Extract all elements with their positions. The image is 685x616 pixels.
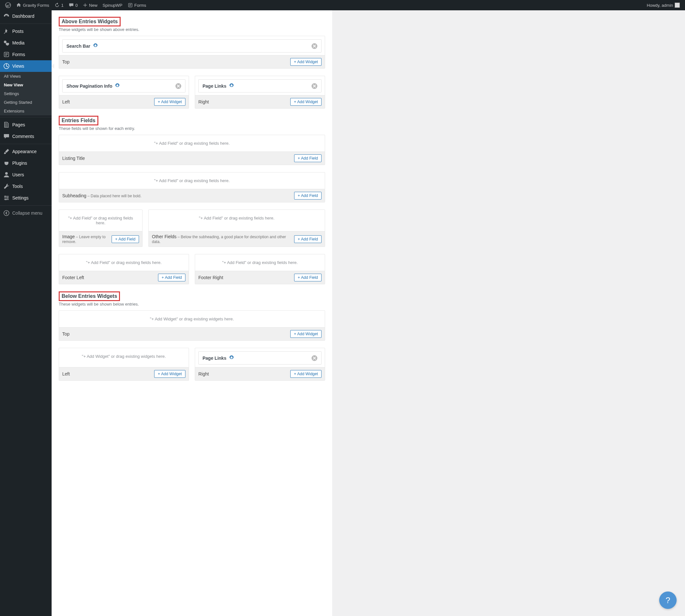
greeting: Howdy, admin <box>647 3 673 8</box>
add-widget-button[interactable]: + Add Widget <box>290 370 322 378</box>
drop-zone[interactable]: "+ Add Field" or drag existing fields he… <box>59 210 142 231</box>
help-icon: ? <box>666 595 670 606</box>
wrench-icon <box>3 183 10 190</box>
sidebar-item-settings[interactable]: Settings <box>0 192 51 204</box>
sidebar-item-forms[interactable]: Forms <box>0 49 51 60</box>
submenu-all-views[interactable]: All Views <box>0 72 51 81</box>
zone-label: Footer Left <box>62 275 84 280</box>
add-widget-button[interactable]: + Add Widget <box>154 98 186 106</box>
gear-icon[interactable] <box>229 83 234 89</box>
comments-link[interactable]: 0 <box>66 0 80 10</box>
gear-icon[interactable] <box>93 43 98 49</box>
submenu-extensions[interactable]: Extensions <box>0 107 51 115</box>
zone-label: Image <box>62 234 75 239</box>
sidebar-item-pages[interactable]: Pages <box>0 119 51 131</box>
admin-bar: Gravity Forms 1 0 New SpinupWP Forms How… <box>0 0 685 10</box>
zone-label: Left <box>62 99 70 105</box>
remove-icon[interactable] <box>175 83 181 89</box>
updates-link[interactable]: 1 <box>52 0 66 10</box>
zone-footer-left: "+ Add Field" or drag existing fields he… <box>59 254 189 284</box>
forms-link[interactable]: Forms <box>125 0 149 10</box>
wp-logo[interactable] <box>3 0 14 10</box>
new-label: New <box>89 3 98 8</box>
zone-label: Footer Right <box>198 275 223 280</box>
remove-icon[interactable] <box>312 355 317 361</box>
drop-zone[interactable]: "+ Add Widget" or drag existing widgets … <box>59 311 325 327</box>
add-field-button[interactable]: + Add Field <box>112 235 139 243</box>
gear-icon[interactable] <box>115 83 120 89</box>
zone-below-left: "+ Add Widget" or drag existing widgets … <box>59 348 189 381</box>
drop-zone[interactable]: "+ Add Field" or drag existing fields he… <box>59 173 325 189</box>
add-widget-button[interactable]: + Add Widget <box>290 330 322 338</box>
sidebar-item-tools[interactable]: Tools <box>0 180 51 192</box>
admin-sidebar: Dashboard Posts Media Forms Views All Vi… <box>0 10 51 616</box>
media-icon <box>3 40 10 46</box>
submenu-settings[interactable]: Settings <box>0 89 51 98</box>
updates-count: 1 <box>61 3 64 8</box>
sidebar-item-comments[interactable]: Comments <box>0 131 51 142</box>
add-widget-button[interactable]: + Add Widget <box>290 98 322 106</box>
help-button[interactable]: ? <box>659 592 677 609</box>
sidebar-item-dashboard[interactable]: Dashboard <box>0 10 51 22</box>
zone-above-right: Page Links Right + Add Widget <box>195 76 325 109</box>
comments-count: 0 <box>76 3 78 8</box>
widget-pagination-info[interactable]: Show Pagination Info <box>62 79 186 92</box>
sliders-icon <box>3 195 10 201</box>
page-icon <box>3 122 10 128</box>
sidebar-item-appearance[interactable]: Appearance <box>0 146 51 157</box>
zone-label: Right <box>198 99 209 105</box>
drop-zone[interactable]: "+ Add Field" or drag existing fields he… <box>195 254 325 271</box>
sidebar-item-collapse[interactable]: Collapse menu <box>0 207 51 219</box>
sidebar-item-plugins[interactable]: Plugins <box>0 157 51 169</box>
sidebar-item-users[interactable]: Users <box>0 169 51 180</box>
widget-search-bar[interactable]: Search Bar <box>62 39 322 52</box>
zone-footer-right: "+ Add Field" or drag existing fields he… <box>195 254 325 284</box>
pin-icon <box>3 28 10 35</box>
widget-page-links[interactable]: Page Links <box>198 351 322 365</box>
zone-above-left: Show Pagination Info Left + Add Widget <box>59 76 189 109</box>
spinup-link[interactable]: SpinupWP <box>100 0 125 10</box>
zone-note: – Data placed here will be bold. <box>86 194 142 198</box>
add-field-button[interactable]: + Add Field <box>294 154 322 162</box>
remove-icon[interactable] <box>312 43 317 49</box>
zone-label: Top <box>62 331 70 336</box>
svg-point-8 <box>4 211 9 216</box>
section-title-below: Below Entries Widgets <box>59 291 120 301</box>
gear-icon[interactable] <box>229 355 234 361</box>
sidebar-item-views[interactable]: Views <box>0 60 51 72</box>
brush-icon <box>3 148 10 155</box>
submenu-new-view[interactable]: New View <box>0 81 51 89</box>
new-link[interactable]: New <box>80 0 100 10</box>
sidebar-item-posts[interactable]: Posts <box>0 25 51 37</box>
zone-image: "+ Add Field" or drag existing fields he… <box>59 210 143 247</box>
drop-zone[interactable]: "+ Add Field" or drag existing fields he… <box>149 210 325 231</box>
svg-point-4 <box>5 172 8 175</box>
add-widget-button[interactable]: + Add Widget <box>290 58 322 66</box>
add-field-button[interactable]: + Add Field <box>294 274 322 281</box>
zone-other-fields: "+ Add Field" or drag existing fields he… <box>148 210 325 247</box>
svg-point-5 <box>4 196 6 197</box>
drop-zone[interactable]: "+ Add Widget" or drag existing widgets … <box>59 348 189 367</box>
remove-icon[interactable] <box>312 83 317 89</box>
site-name: Gravity Forms <box>23 3 49 8</box>
drop-zone[interactable]: "+ Add Field" or drag existing fields he… <box>59 135 325 152</box>
section-desc-fields: These fields will be shown for each entr… <box>59 126 325 131</box>
sidebar-item-media[interactable]: Media <box>0 37 51 49</box>
add-field-button[interactable]: + Add Field <box>294 235 322 243</box>
widget-page-links[interactable]: Page Links <box>198 79 322 92</box>
zone-label: Top <box>62 59 70 64</box>
section-desc-below: These widgets will be shown below entrie… <box>59 302 325 307</box>
site-link[interactable]: Gravity Forms <box>14 0 52 10</box>
sidebar-submenu: All Views New View Settings Getting Star… <box>0 72 51 115</box>
zone-label: Subheading <box>62 193 86 198</box>
add-widget-button[interactable]: + Add Widget <box>154 370 186 378</box>
account-link[interactable]: Howdy, admin <box>644 0 682 10</box>
svg-point-7 <box>5 199 6 200</box>
user-icon <box>3 172 10 178</box>
add-field-button[interactable]: + Add Field <box>294 192 322 200</box>
submenu-getting-started[interactable]: Getting Started <box>0 98 51 107</box>
content-side <box>332 10 685 616</box>
section-title-above: Above Entries Widgets <box>59 17 121 26</box>
drop-zone[interactable]: "+ Add Field" or drag existing fields he… <box>59 254 189 271</box>
add-field-button[interactable]: + Add Field <box>158 274 186 281</box>
